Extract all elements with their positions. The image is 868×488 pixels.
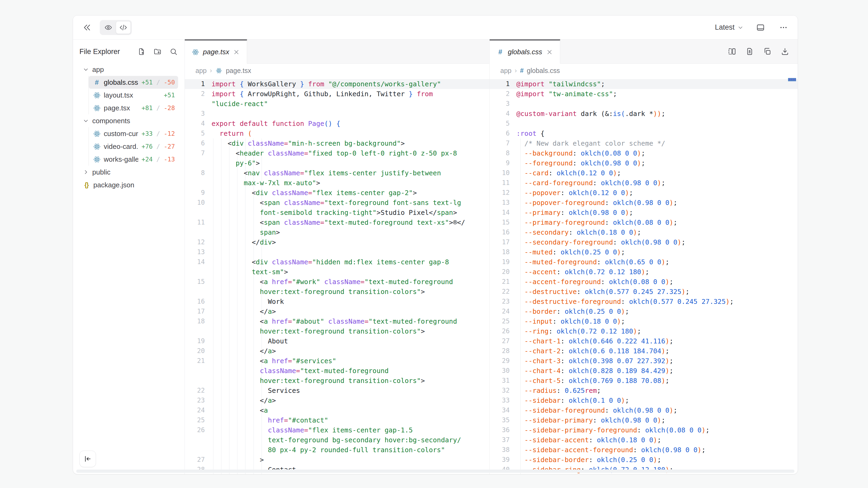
more-options-button[interactable]: [777, 21, 789, 34]
code-toggle-button[interactable]: [116, 21, 131, 34]
line-number: [185, 208, 208, 218]
line-number: 2: [185, 89, 208, 99]
line-number: 33: [490, 395, 513, 405]
code-text: return (: [208, 129, 252, 138]
tree-file-package.json[interactable]: {}package.json: [80, 178, 178, 191]
code-text: </a>: [208, 346, 276, 356]
line-number: 32: [490, 386, 513, 395]
search-files-button[interactable]: [169, 47, 178, 56]
code-line: 26 className="flex items-center gap-1.5: [185, 425, 489, 435]
line-number: 15: [490, 218, 513, 227]
code-text: --destructive-foreground: oklch(0.577 0.…: [513, 297, 734, 306]
code-editor-globals-css[interactable]: 1@import "tailwindcss";2@import "tw-anim…: [490, 77, 798, 474]
code-text: /* New dark elegant color scheme */: [513, 138, 665, 148]
line-number: 19: [490, 257, 513, 267]
code-text: text-sm">: [208, 267, 288, 277]
tree-file-globals.css[interactable]: #globals.css+51 / -50: [89, 76, 178, 89]
code-text: href="#contact": [208, 415, 329, 425]
tree-item-label: components: [92, 117, 130, 125]
tree-file-layout.tsx[interactable]: layout.tsx+51: [89, 89, 178, 102]
line-number: 5: [490, 119, 513, 129]
code-line: 13 --popover-foreground: oklch(0.98 0 0)…: [490, 198, 798, 208]
collapse-chat-button[interactable]: [81, 21, 93, 34]
split-panel-button[interactable]: [727, 47, 737, 56]
code-text: --sidebar-primary-foreground: oklch(0.08…: [513, 425, 710, 435]
tree-item-label: video-card.tsx: [104, 142, 138, 151]
line-number: 25: [185, 415, 208, 425]
tab-page-tsx[interactable]: page.tsx: [185, 39, 247, 64]
code-line: py-6">: [185, 158, 489, 168]
breadcrumb-folder[interactable]: app: [195, 67, 207, 74]
line-number: 7: [185, 148, 208, 158]
tree-file-custom-curs-[interactable]: custom-curs…+33 / -12: [89, 127, 178, 140]
code-text: --sidebar-primary: oklch(0.98 0 0);: [513, 415, 665, 425]
tree-folder-components[interactable]: components: [80, 115, 178, 127]
close-icon[interactable]: [546, 48, 553, 56]
line-number: [185, 178, 208, 188]
tab-globals-css[interactable]: # globals.css: [490, 39, 560, 64]
line-number: 10: [185, 198, 208, 208]
code-text: "lucide-react": [208, 99, 268, 109]
code-line: 12 --popover: oklch(0.12 0 0);: [490, 188, 798, 198]
line-number: 20: [490, 267, 513, 277]
code-text: --card: oklch(0.12 0 0);: [513, 168, 621, 178]
breadcrumb-file[interactable]: globals.css: [527, 67, 560, 74]
tree-folder-app[interactable]: app: [80, 63, 178, 76]
line-number: 23: [490, 297, 513, 306]
code-line: 31 --chart-5: oklch(0.769 0.188 70.08);: [490, 376, 798, 386]
code-line: 23 --destructive-foreground: oklch(0.577…: [490, 297, 798, 306]
line-number: 16: [185, 297, 208, 306]
code-text: <nav className="flex items-center justif…: [208, 168, 441, 178]
code-text: </a>: [208, 395, 276, 405]
code-editor-page-tsx[interactable]: 1import { WorksGallery } from "@/compone…: [185, 77, 489, 474]
code-text: import { WorksGallery } from "@/componen…: [208, 79, 441, 89]
download-code-button[interactable]: [780, 47, 789, 56]
tree-file-works-galler-[interactable]: works-galler…+24 / -13: [89, 153, 178, 166]
line-number: 15: [185, 277, 208, 287]
copy-code-button[interactable]: [763, 47, 772, 56]
new-file-button[interactable]: [137, 47, 146, 56]
breadcrumb-folder[interactable]: app: [500, 67, 512, 74]
preview-toggle-button[interactable]: [101, 21, 116, 34]
code-text: [208, 247, 212, 257]
react-icon: [93, 104, 100, 112]
line-number: 13: [490, 198, 513, 208]
react-icon: [215, 68, 223, 74]
file-diff-button[interactable]: [745, 47, 754, 56]
code-text: --secondary-foreground: oklch(0.98 0 0);: [513, 237, 685, 247]
code-line: 6:root {: [490, 129, 798, 138]
code-line: 36 --sidebar-primary-foreground: oklch(0…: [490, 425, 798, 435]
close-icon[interactable]: [233, 48, 240, 56]
line-number: 11: [490, 178, 513, 188]
code-line: 2@import "tw-animate-css";: [490, 89, 798, 99]
tree-folder-public[interactable]: public: [80, 166, 178, 178]
eye-icon: [104, 24, 112, 32]
code-text: --destructive: oklch(0.577 0.245 27.325)…: [513, 287, 689, 297]
tree-children: custom-curs…+33 / -12video-card.tsx+76 /…: [89, 127, 178, 166]
code-line: 14 <div className="hidden md:flex items-…: [185, 257, 489, 267]
code-line: 2import { ArrowUpRight, Github, Linkedin…: [185, 89, 489, 99]
horizontal-scrollbar[interactable]: [76, 469, 795, 473]
code-line: 20 --accent: oklch(0.72 0.12 180);: [490, 267, 798, 277]
file-explorer-sidebar: File Explorer app#globals.css+51 / -50la…: [73, 39, 185, 474]
version-dropdown[interactable]: Latest: [715, 23, 744, 32]
diff-stats: +76 / -27: [142, 143, 175, 150]
breadcrumb-file[interactable]: page.tsx: [226, 67, 251, 74]
tree-file-page.tsx[interactable]: page.tsx+81 / -28: [89, 102, 178, 115]
code-line: 3: [185, 109, 489, 119]
diff-stats: +81 / -28: [142, 104, 175, 111]
line-number: 8: [185, 168, 208, 178]
file-plus-icon: [137, 47, 146, 56]
chevron-right-icon: [83, 169, 89, 175]
diff-stats: +51 / -50: [142, 79, 175, 86]
line-number: 24: [185, 405, 208, 415]
new-folder-button[interactable]: [153, 47, 162, 56]
code-line: 16 Work: [185, 297, 489, 306]
collapse-sidebar-button[interactable]: [80, 451, 96, 467]
tree-file-video-card.tsx[interactable]: video-card.tsx+76 / -27: [89, 140, 178, 153]
code-line: 18 --muted: oklch(0.25 0 0);: [490, 247, 798, 257]
code-line: 19 --muted-foreground: oklch(0.65 0 0);: [490, 257, 798, 267]
panel-bottom-button[interactable]: [754, 21, 767, 34]
code-text: <div className="min-h-screen bg-backgrou…: [208, 138, 405, 148]
line-number: 12: [185, 237, 208, 247]
